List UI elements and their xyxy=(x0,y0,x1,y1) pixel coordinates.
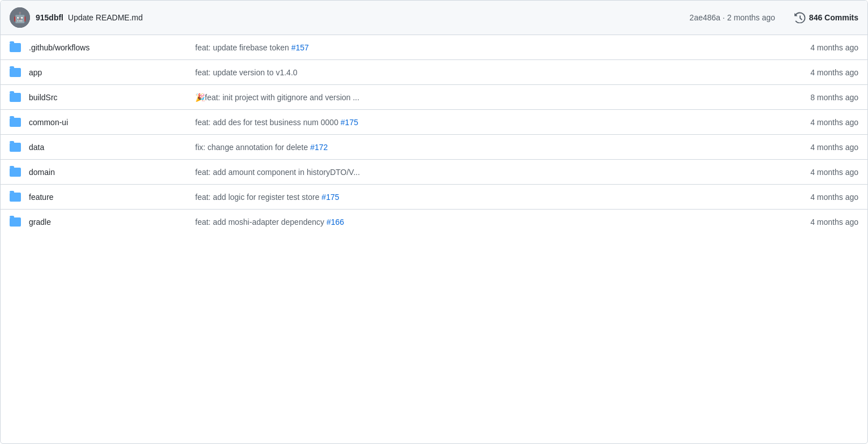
file-name-link[interactable]: domain xyxy=(29,168,55,177)
folder-icon-col xyxy=(10,43,23,52)
commits-link[interactable]: 846 Commits xyxy=(794,12,858,23)
commit-text: feat: add amount component in historyDTO… xyxy=(195,168,360,177)
commit-sha: 915dbfl xyxy=(36,13,63,22)
table-row: datafix: change annotation for delete #1… xyxy=(1,135,867,160)
file-name[interactable]: buildSrc xyxy=(23,93,182,102)
table-row: gradlefeat: add moshi-adapter dependency… xyxy=(1,210,867,234)
file-name[interactable]: feature xyxy=(23,193,182,202)
folder-icon xyxy=(10,193,21,202)
folder-icon-col xyxy=(10,168,23,177)
file-time: 4 months ago xyxy=(785,43,858,52)
file-table: .github/workflowsfeat: update firebase t… xyxy=(1,35,867,234)
table-row: buildSrc🎉feat: init project with gitigno… xyxy=(1,85,867,110)
folder-icon xyxy=(10,43,21,52)
commit-text: fix: change annotation for delete xyxy=(195,143,310,152)
commit-issue-link[interactable]: #175 xyxy=(321,193,339,202)
commit-text: feat: add moshi-adapter dependency xyxy=(195,217,326,227)
file-name[interactable]: common-ui xyxy=(23,118,182,127)
commit-info: 915dbfl Update README.md xyxy=(36,13,684,22)
commit-text: feat: update version to v1.4.0 xyxy=(195,68,298,77)
commit-message-col: feat: add logic for register test store … xyxy=(182,193,785,202)
folder-icon xyxy=(10,68,21,77)
commit-message-col: feat: add amount component in historyDTO… xyxy=(182,168,785,177)
file-name-link[interactable]: data xyxy=(29,143,44,152)
file-name[interactable]: .github/workflows xyxy=(23,43,182,52)
file-name-link[interactable]: .github/workflows xyxy=(29,43,89,52)
commit-message: Update README.md xyxy=(68,13,143,22)
folder-icon xyxy=(10,168,21,177)
folder-icon xyxy=(10,93,21,102)
commit-hash: 2ae486a xyxy=(690,13,721,22)
file-name-link[interactable]: gradle xyxy=(29,217,51,227)
commit-text: feat: add des for test business num 0000 xyxy=(195,118,341,127)
file-name[interactable]: domain xyxy=(23,168,182,177)
folder-icon-col xyxy=(10,118,23,127)
commit-time: 2 months ago xyxy=(727,13,775,22)
folder-icon-col xyxy=(10,68,23,77)
commit-message-col: feat: add moshi-adapter dependency #166 xyxy=(182,217,785,227)
table-row: .github/workflowsfeat: update firebase t… xyxy=(1,35,867,60)
commit-text: feat: update firebase token xyxy=(195,43,291,52)
commit-message-col: feat: add des for test business num 0000… xyxy=(182,118,785,127)
folder-icon-col xyxy=(10,93,23,102)
table-row: common-uifeat: add des for test business… xyxy=(1,110,867,135)
repo-file-list: 🤖 915dbfl Update README.md 2ae486a · 2 m… xyxy=(0,0,868,444)
file-time: 4 months ago xyxy=(785,193,858,202)
commit-issue-link[interactable]: #157 xyxy=(291,43,309,52)
avatar: 🤖 xyxy=(10,7,30,28)
folder-icon xyxy=(10,217,21,227)
folder-icon xyxy=(10,143,21,152)
table-row: appfeat: update version to v1.4.04 month… xyxy=(1,60,867,85)
file-name[interactable]: app xyxy=(23,68,182,77)
folder-icon-col xyxy=(10,217,23,227)
file-name-link[interactable]: app xyxy=(29,68,42,77)
file-time: 4 months ago xyxy=(785,68,858,77)
avatar-image: 🤖 xyxy=(10,7,30,28)
commit-text: 🎉feat: init project with gitignore and v… xyxy=(195,93,359,102)
folder-icon-col xyxy=(10,193,23,202)
folder-icon xyxy=(10,118,21,127)
meta-separator: · xyxy=(723,13,725,22)
commit-text: feat: add logic for register test store xyxy=(195,193,321,202)
file-name[interactable]: data xyxy=(23,143,182,152)
commits-label: 846 Commits xyxy=(809,13,858,22)
table-row: featurefeat: add logic for register test… xyxy=(1,185,867,210)
table-row: domainfeat: add amount component in hist… xyxy=(1,160,867,185)
file-time: 4 months ago xyxy=(785,143,858,152)
file-name-link[interactable]: buildSrc xyxy=(29,93,58,102)
history-icon xyxy=(794,12,806,23)
file-time: 4 months ago xyxy=(785,168,858,177)
commit-message-col: feat: update version to v1.4.0 xyxy=(182,68,785,77)
commit-meta: 2ae486a · 2 months ago xyxy=(690,13,775,22)
file-name-link[interactable]: common-ui xyxy=(29,118,68,127)
commit-issue-link[interactable]: #172 xyxy=(310,143,328,152)
file-time: 8 months ago xyxy=(785,93,858,102)
file-name[interactable]: gradle xyxy=(23,217,182,227)
file-name-link[interactable]: feature xyxy=(29,193,54,202)
file-time: 4 months ago xyxy=(785,217,858,227)
commit-header: 🤖 915dbfl Update README.md 2ae486a · 2 m… xyxy=(1,1,867,35)
folder-icon-col xyxy=(10,143,23,152)
commit-message-col: fix: change annotation for delete #172 xyxy=(182,143,785,152)
commit-issue-link[interactable]: #175 xyxy=(341,118,358,127)
file-time: 4 months ago xyxy=(785,118,858,127)
commit-message-col: 🎉feat: init project with gitignore and v… xyxy=(182,93,785,102)
svg-text:🤖: 🤖 xyxy=(14,11,27,24)
commit-issue-link[interactable]: #166 xyxy=(326,217,344,227)
commit-message-col: feat: update firebase token #157 xyxy=(182,43,785,52)
